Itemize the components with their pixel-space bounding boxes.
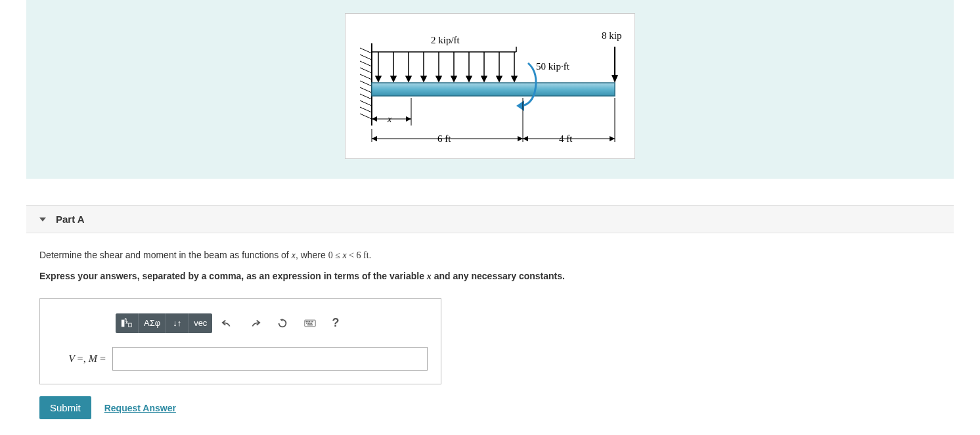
- span-left-dim: 6 ft: [372, 98, 523, 144]
- figure-panel: 2 kip/ft 8 kip 50 kip·ft: [26, 0, 954, 179]
- templates-icon: x: [121, 317, 133, 329]
- templates-button[interactable]: x: [116, 313, 139, 333]
- svg-rect-63: [310, 323, 311, 324]
- point-load: 8 kip: [602, 30, 621, 83]
- svg-marker-41: [406, 116, 411, 122]
- svg-marker-26: [451, 76, 457, 81]
- svg-rect-64: [311, 323, 313, 324]
- svg-rect-53: [129, 323, 132, 327]
- svg-rect-61: [307, 323, 308, 324]
- equation-toolbar: x ΑΣφ ↓↑ vec: [116, 312, 345, 334]
- x-label: x: [387, 114, 392, 124]
- figure-container: 2 kip/ft 8 kip 50 kip·ft: [345, 13, 635, 159]
- svg-line-7: [360, 87, 372, 93]
- instruction-text: Express your answers, separated by a com…: [39, 271, 941, 282]
- svg-line-4: [360, 68, 372, 73]
- question-text: Determine the shear and moment in the be…: [39, 250, 941, 261]
- span-right-label: 4 ft: [559, 133, 573, 144]
- svg-marker-28: [466, 76, 472, 81]
- svg-rect-62: [308, 323, 309, 324]
- part-header[interactable]: Part A: [26, 205, 954, 233]
- keyboard-button[interactable]: [298, 314, 323, 332]
- svg-marker-22: [421, 76, 426, 81]
- svg-marker-36: [612, 75, 618, 83]
- svg-rect-51: [122, 319, 125, 327]
- beam-diagram: 2 kip/ft 8 kip 50 kip·ft: [352, 20, 628, 152]
- svg-marker-54: [280, 318, 283, 321]
- reset-button[interactable]: [270, 314, 295, 332]
- svg-line-1: [360, 48, 372, 53]
- svg-marker-45: [372, 136, 377, 141]
- svg-line-6: [360, 81, 372, 86]
- svg-rect-56: [306, 321, 307, 322]
- part-title: Part A: [56, 214, 85, 225]
- svg-line-5: [360, 74, 372, 80]
- svg-line-9: [360, 101, 372, 106]
- x-dimension: x: [372, 98, 411, 126]
- svg-marker-50: [610, 136, 615, 141]
- caret-down-icon: [39, 218, 46, 221]
- svg-marker-24: [436, 76, 441, 81]
- fixed-support: [360, 43, 372, 126]
- point-load-label: 8 kip: [602, 30, 621, 41]
- vec-button[interactable]: vec: [189, 313, 212, 333]
- undo-button[interactable]: [215, 314, 240, 332]
- svg-line-2: [360, 55, 372, 60]
- redo-icon: [249, 318, 261, 329]
- help-button[interactable]: ?: [325, 312, 345, 334]
- answer-widget: x ΑΣφ ↓↑ vec: [39, 298, 441, 384]
- svg-marker-46: [518, 136, 523, 141]
- svg-line-11: [360, 114, 372, 119]
- keyboard-icon: [304, 318, 316, 329]
- svg-rect-59: [311, 321, 312, 322]
- undo-icon: [221, 318, 233, 329]
- redo-button[interactable]: [242, 314, 267, 332]
- svg-rect-65: [307, 324, 313, 325]
- distributed-load-label: 2 kip/ft: [431, 35, 460, 45]
- svg-marker-16: [376, 76, 381, 81]
- subscript-button[interactable]: ↓↑: [166, 313, 189, 333]
- svg-marker-34: [512, 76, 517, 81]
- submit-button[interactable]: Submit: [39, 396, 91, 419]
- answer-label: V =, M =: [50, 353, 106, 365]
- span-left-label: 6 ft: [437, 133, 451, 144]
- distributed-load: 2 kip/ft: [372, 35, 517, 81]
- svg-line-3: [360, 61, 372, 66]
- greek-button[interactable]: ΑΣφ: [139, 313, 166, 333]
- svg-marker-30: [481, 76, 487, 81]
- svg-line-8: [360, 94, 372, 99]
- svg-rect-60: [313, 321, 314, 322]
- moment-label: 50 kip·ft: [536, 61, 570, 72]
- answer-input[interactable]: [112, 347, 428, 371]
- svg-line-10: [360, 107, 372, 112]
- svg-marker-32: [497, 76, 502, 81]
- span-right-dim: 4 ft: [523, 98, 615, 144]
- svg-rect-58: [309, 321, 311, 322]
- beam: [372, 83, 615, 96]
- request-answer-link[interactable]: Request Answer: [104, 403, 176, 413]
- reset-icon: [277, 318, 288, 329]
- svg-marker-49: [523, 136, 528, 141]
- question-range: 0 ≤ x < 6 ft: [328, 250, 369, 260]
- svg-marker-20: [406, 76, 411, 81]
- svg-marker-18: [391, 76, 396, 81]
- svg-marker-40: [372, 116, 377, 122]
- svg-rect-57: [307, 321, 309, 322]
